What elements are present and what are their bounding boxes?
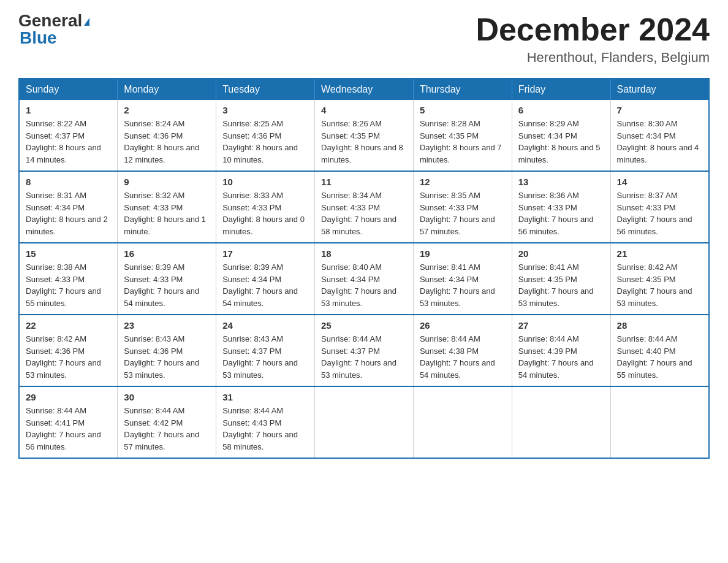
col-wednesday: Wednesday	[315, 79, 414, 100]
day-number: 5	[420, 105, 506, 115]
calendar-cell: 30 Sunrise: 8:44 AM Sunset: 4:42 PM Dayl…	[118, 386, 216, 458]
day-number: 9	[124, 177, 210, 187]
day-number: 14	[617, 177, 702, 187]
calendar-cell: 4 Sunrise: 8:26 AM Sunset: 4:35 PM Dayli…	[315, 100, 414, 171]
day-number: 3	[222, 105, 308, 115]
day-number: 24	[222, 320, 308, 331]
header-row: Sunday Monday Tuesday Wednesday Thursday…	[19, 79, 709, 100]
calendar-cell: 9 Sunrise: 8:32 AM Sunset: 4:33 PM Dayli…	[118, 171, 216, 243]
logo: General Blue	[18, 12, 89, 47]
day-info: Sunrise: 8:42 AM Sunset: 4:35 PM Dayligh…	[617, 261, 702, 309]
day-number: 25	[321, 320, 407, 331]
day-number: 27	[518, 320, 604, 331]
page-header: General Blue December 2024 Herenthout, F…	[18, 12, 710, 66]
day-number: 20	[518, 248, 604, 259]
day-info: Sunrise: 8:28 AM Sunset: 4:35 PM Dayligh…	[420, 118, 506, 166]
day-number: 22	[26, 320, 111, 331]
calendar-cell: 14 Sunrise: 8:37 AM Sunset: 4:33 PM Dayl…	[610, 171, 709, 243]
calendar-cell: 3 Sunrise: 8:25 AM Sunset: 4:36 PM Dayli…	[216, 100, 315, 171]
location-subtitle: Herenthout, Flanders, Belgium	[476, 50, 710, 66]
day-info: Sunrise: 8:44 AM Sunset: 4:41 PM Dayligh…	[26, 405, 111, 453]
day-number: 15	[26, 248, 111, 259]
day-info: Sunrise: 8:43 AM Sunset: 4:37 PM Dayligh…	[222, 333, 308, 381]
day-number: 1	[26, 105, 111, 115]
calendar-table: Sunday Monday Tuesday Wednesday Thursday…	[18, 78, 710, 459]
calendar-cell	[610, 386, 709, 458]
calendar-cell	[413, 386, 512, 458]
calendar-cell: 12 Sunrise: 8:35 AM Sunset: 4:33 PM Dayl…	[413, 171, 512, 243]
logo-general: General	[18, 12, 89, 29]
calendar-cell: 22 Sunrise: 8:42 AM Sunset: 4:36 PM Dayl…	[19, 315, 118, 386]
day-info: Sunrise: 8:24 AM Sunset: 4:36 PM Dayligh…	[124, 118, 210, 166]
week-row-5: 29 Sunrise: 8:44 AM Sunset: 4:41 PM Dayl…	[19, 386, 709, 458]
day-info: Sunrise: 8:43 AM Sunset: 4:36 PM Dayligh…	[124, 333, 210, 381]
calendar-cell: 17 Sunrise: 8:39 AM Sunset: 4:34 PM Dayl…	[216, 243, 315, 315]
day-info: Sunrise: 8:25 AM Sunset: 4:36 PM Dayligh…	[222, 118, 308, 166]
day-number: 29	[26, 392, 111, 402]
day-number: 23	[124, 320, 210, 331]
calendar-cell: 28 Sunrise: 8:44 AM Sunset: 4:40 PM Dayl…	[610, 315, 709, 386]
calendar-cell: 11 Sunrise: 8:34 AM Sunset: 4:33 PM Dayl…	[315, 171, 414, 243]
calendar-cell: 18 Sunrise: 8:40 AM Sunset: 4:34 PM Dayl…	[315, 243, 414, 315]
day-info: Sunrise: 8:44 AM Sunset: 4:37 PM Dayligh…	[321, 333, 407, 381]
week-row-2: 8 Sunrise: 8:31 AM Sunset: 4:34 PM Dayli…	[19, 171, 709, 243]
calendar-cell: 7 Sunrise: 8:30 AM Sunset: 4:34 PM Dayli…	[610, 100, 709, 171]
day-number: 6	[518, 105, 604, 115]
day-info: Sunrise: 8:44 AM Sunset: 4:40 PM Dayligh…	[617, 333, 702, 381]
day-info: Sunrise: 8:35 AM Sunset: 4:33 PM Dayligh…	[420, 190, 506, 237]
calendar-cell: 31 Sunrise: 8:44 AM Sunset: 4:43 PM Dayl…	[216, 386, 315, 458]
day-number: 28	[617, 320, 702, 331]
calendar-cell	[315, 386, 414, 458]
day-number: 31	[222, 392, 308, 402]
col-tuesday: Tuesday	[216, 79, 315, 100]
day-info: Sunrise: 8:41 AM Sunset: 4:35 PM Dayligh…	[518, 261, 604, 309]
calendar-cell: 6 Sunrise: 8:29 AM Sunset: 4:34 PM Dayli…	[512, 100, 610, 171]
day-info: Sunrise: 8:39 AM Sunset: 4:34 PM Dayligh…	[222, 261, 308, 309]
day-number: 8	[26, 177, 111, 187]
day-info: Sunrise: 8:44 AM Sunset: 4:38 PM Dayligh…	[420, 333, 506, 381]
calendar-header: Sunday Monday Tuesday Wednesday Thursday…	[19, 79, 709, 100]
day-info: Sunrise: 8:38 AM Sunset: 4:33 PM Dayligh…	[26, 261, 111, 309]
col-saturday: Saturday	[610, 79, 709, 100]
logo-blue: Blue	[20, 29, 57, 47]
month-title: December 2024	[476, 12, 710, 47]
calendar-cell: 25 Sunrise: 8:44 AM Sunset: 4:37 PM Dayl…	[315, 315, 414, 386]
day-number: 13	[518, 177, 604, 187]
day-number: 11	[321, 177, 407, 187]
calendar-cell: 8 Sunrise: 8:31 AM Sunset: 4:34 PM Dayli…	[19, 171, 118, 243]
calendar-cell: 24 Sunrise: 8:43 AM Sunset: 4:37 PM Dayl…	[216, 315, 315, 386]
day-info: Sunrise: 8:44 AM Sunset: 4:43 PM Dayligh…	[222, 405, 308, 453]
day-number: 21	[617, 248, 702, 259]
day-number: 10	[222, 177, 308, 187]
day-info: Sunrise: 8:30 AM Sunset: 4:34 PM Dayligh…	[617, 118, 702, 166]
day-number: 4	[321, 105, 407, 115]
calendar-cell: 2 Sunrise: 8:24 AM Sunset: 4:36 PM Dayli…	[118, 100, 216, 171]
col-sunday: Sunday	[19, 79, 118, 100]
col-friday: Friday	[512, 79, 610, 100]
day-info: Sunrise: 8:42 AM Sunset: 4:36 PM Dayligh…	[26, 333, 111, 381]
calendar-cell: 13 Sunrise: 8:36 AM Sunset: 4:33 PM Dayl…	[512, 171, 610, 243]
calendar-cell: 29 Sunrise: 8:44 AM Sunset: 4:41 PM Dayl…	[19, 386, 118, 458]
calendar-cell: 1 Sunrise: 8:22 AM Sunset: 4:37 PM Dayli…	[19, 100, 118, 171]
day-info: Sunrise: 8:26 AM Sunset: 4:35 PM Dayligh…	[321, 118, 407, 166]
week-row-4: 22 Sunrise: 8:42 AM Sunset: 4:36 PM Dayl…	[19, 315, 709, 386]
day-info: Sunrise: 8:44 AM Sunset: 4:39 PM Dayligh…	[518, 333, 604, 381]
day-info: Sunrise: 8:34 AM Sunset: 4:33 PM Dayligh…	[321, 190, 407, 237]
calendar-cell: 27 Sunrise: 8:44 AM Sunset: 4:39 PM Dayl…	[512, 315, 610, 386]
calendar-cell: 5 Sunrise: 8:28 AM Sunset: 4:35 PM Dayli…	[413, 100, 512, 171]
calendar-cell: 16 Sunrise: 8:39 AM Sunset: 4:33 PM Dayl…	[118, 243, 216, 315]
day-info: Sunrise: 8:44 AM Sunset: 4:42 PM Dayligh…	[124, 405, 210, 453]
calendar-body: 1 Sunrise: 8:22 AM Sunset: 4:37 PM Dayli…	[19, 100, 709, 458]
day-number: 26	[420, 320, 506, 331]
calendar-cell: 20 Sunrise: 8:41 AM Sunset: 4:35 PM Dayl…	[512, 243, 610, 315]
day-number: 19	[420, 248, 506, 259]
week-row-1: 1 Sunrise: 8:22 AM Sunset: 4:37 PM Dayli…	[19, 100, 709, 171]
week-row-3: 15 Sunrise: 8:38 AM Sunset: 4:33 PM Dayl…	[19, 243, 709, 315]
calendar-cell: 21 Sunrise: 8:42 AM Sunset: 4:35 PM Dayl…	[610, 243, 709, 315]
day-info: Sunrise: 8:31 AM Sunset: 4:34 PM Dayligh…	[26, 190, 111, 237]
day-info: Sunrise: 8:37 AM Sunset: 4:33 PM Dayligh…	[617, 190, 702, 237]
col-monday: Monday	[118, 79, 216, 100]
day-info: Sunrise: 8:41 AM Sunset: 4:34 PM Dayligh…	[420, 261, 506, 309]
day-number: 2	[124, 105, 210, 115]
day-info: Sunrise: 8:29 AM Sunset: 4:34 PM Dayligh…	[518, 118, 604, 166]
